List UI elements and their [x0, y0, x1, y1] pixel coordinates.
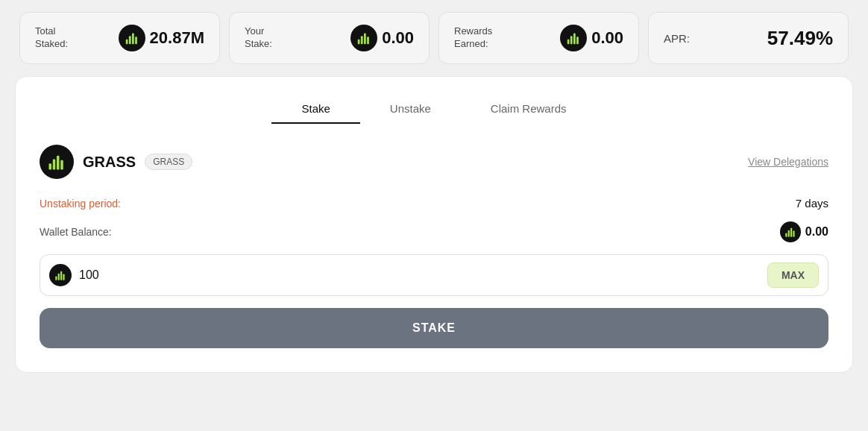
total-staked-card: TotalStaked: 20.87M	[19, 12, 220, 64]
stats-row: TotalStaked: 20.87M YourStake: 0.00 Rewa…	[0, 0, 868, 76]
token-info: GRASS GRASS	[40, 145, 192, 179]
wallet-balance-icon	[780, 221, 801, 242]
input-token-icon	[49, 264, 72, 286]
apr-label: APR:	[664, 32, 690, 45]
your-stake-value: 0.00	[350, 25, 414, 51]
tab-claim-rewards[interactable]: Claim Rewards	[461, 95, 597, 124]
token-ticker-badge: GRASS	[145, 154, 192, 170]
token-name: GRASS	[83, 154, 136, 171]
rewards-icon	[560, 25, 587, 51]
your-stake-icon	[350, 25, 377, 51]
max-button[interactable]: MAX	[767, 262, 819, 288]
rewards-earned-label: RewardsEarned:	[454, 25, 492, 51]
unstaking-period-label: Unstaking period:	[40, 198, 121, 210]
token-row: GRASS GRASS View Delegations	[40, 145, 828, 179]
main-card: Stake Unstake Claim Rewards GRASS GRASS …	[15, 76, 853, 373]
stake-button[interactable]: STAKE	[40, 308, 828, 348]
stake-amount-input[interactable]	[79, 268, 767, 282]
rewards-earned-card: RewardsEarned: 0.00	[438, 12, 639, 64]
apr-card: APR: 57.49%	[648, 12, 849, 64]
wallet-balance-label: Wallet Balance:	[40, 226, 112, 238]
token-logo	[40, 145, 74, 179]
tabs-container: Stake Unstake Claim Rewards	[40, 95, 828, 124]
wallet-balance-value: 0.00	[780, 221, 828, 242]
total-staked-icon	[119, 25, 145, 51]
tab-stake[interactable]: Stake	[271, 95, 359, 124]
view-delegations-button[interactable]: View Delegations	[748, 156, 828, 168]
your-stake-card: YourStake: 0.00	[229, 12, 430, 64]
stake-input-row[interactable]: MAX	[40, 254, 828, 296]
rewards-earned-value: 0.00	[560, 25, 623, 51]
total-staked-value: 20.87M	[119, 25, 204, 51]
wallet-balance-row: Wallet Balance: 0.00	[40, 221, 828, 242]
unstaking-period-row: Unstaking period: 7 days	[40, 197, 828, 210]
your-stake-label: YourStake:	[245, 25, 272, 51]
total-staked-label: TotalStaked:	[35, 25, 68, 51]
unstaking-period-value: 7 days	[796, 197, 828, 210]
tab-unstake[interactable]: Unstake	[360, 95, 461, 124]
apr-value: 57.49%	[767, 27, 833, 50]
